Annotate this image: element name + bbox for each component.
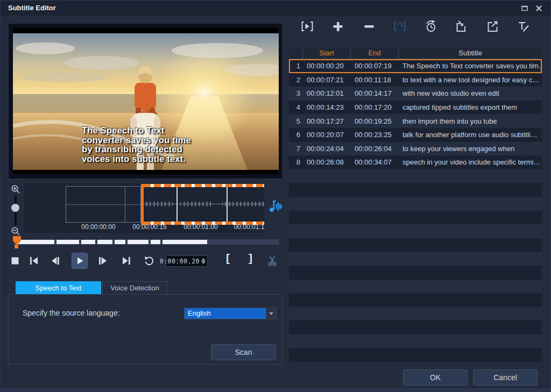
header-subtitle[interactable]: Subtitle [399,47,542,59]
seek-segment [56,240,79,244]
timecode-value: 0:00:00.20 [160,258,200,265]
table-row[interactable]: 500:00:17:2700:00:19:25then import them … [289,114,542,128]
scan-button[interactable]: Scan [211,344,276,360]
frame-forward-button[interactable] [97,255,109,267]
seek-segment [151,240,160,244]
table-cell: 1 [289,62,303,70]
table-cell: 00:00:34:07 [351,158,399,166]
titlebar: Subtitle Editor [1,1,550,16]
table-cell: 00:00:00:20 [303,62,351,70]
table-row[interactable]: 300:00:12:0100:00:14:17with new video st… [289,87,542,101]
seek-segment [128,240,149,244]
table-cell: 00:00:20:07 [303,131,351,139]
table-empty-row[interactable] [289,266,542,280]
table-cell: 00:00:19:25 [351,117,399,125]
clip-segment [66,186,141,223]
cancel-button[interactable]: Cancel [473,369,538,386]
playhead-tail [15,245,18,248]
play-subtitle-icon[interactable] [300,19,315,34]
stop-button[interactable] [9,255,21,267]
go-to-start-button[interactable] [28,255,40,267]
waveform-timeline[interactable]: 00:00:00:00 00:00:00:15 00:00:01:00 00:0… [24,183,264,233]
loop-playback-button[interactable] [143,255,155,267]
subtitle-overlay: The Speech to Text converter saves you t… [82,126,191,163]
language-selected-value: English [185,308,266,319]
timecode-input[interactable]: 0:00:00.20 [166,255,208,267]
table-cell: 00:00:12:01 [303,89,351,97]
cut-icon[interactable] [266,255,278,267]
subtitle-toolbar [289,19,542,38]
seek-track[interactable] [13,239,279,245]
table-row[interactable]: 800:00:26:0800:00:34:07speech in your vi… [289,155,542,169]
table-cell: 2 [289,76,303,84]
table-cell: 00:00:17:20 [351,103,399,111]
transport-controls: 0:00:00.20 [ ] [8,251,282,272]
restore-icon[interactable] [520,4,529,12]
table-row[interactable]: 400:00:14:2300:00:17:20captured tipped s… [289,101,542,115]
table-cell: speech in your video include specific te… [399,158,542,166]
table-empty-row[interactable] [289,280,542,294]
mark-in-icon[interactable]: [ [226,252,230,265]
table-empty-row[interactable] [289,224,542,238]
zoom-slider-thumb[interactable] [11,204,19,212]
frame-back-button[interactable] [50,255,61,267]
ruler-label: 00:00:00:15 [125,223,174,231]
table-empty-row[interactable] [289,307,542,321]
go-to-end-button[interactable] [121,255,132,267]
table-empty-row[interactable] [289,197,542,211]
play-button[interactable] [72,253,88,269]
table-empty-row[interactable] [289,169,542,183]
chevron-down-icon[interactable] [266,308,276,319]
table-cell: 3 [289,89,303,97]
table-row[interactable]: 200:00:07:2100:00:11:18to text with a ne… [289,73,542,87]
tab-speech-to-text[interactable]: Speech to Text [16,281,101,294]
zoom-out-icon[interactable] [11,226,20,236]
table-cell: 00:00:11:18 [351,76,399,84]
edit-text-icon[interactable] [516,19,531,34]
mark-out-icon[interactable]: ] [249,252,252,265]
header-start[interactable]: Start [303,47,351,59]
table-cell: 8 [289,158,303,166]
table-empty-row[interactable] [289,252,542,266]
table-cell: with new video studio even edit [399,89,542,97]
table-row[interactable]: 100:00:00:2000:00:07:19The Speech to Tex… [289,59,542,73]
timecode-ruler: 00:00:00:00 00:00:00:15 00:00:01:00 00:0… [24,223,264,232]
zoom-in-icon[interactable] [11,184,20,194]
seek-segment [97,240,112,244]
tab-voice-detection[interactable]: Voice Detection [102,281,167,294]
ruler-label: 00:00:01:00 [176,223,225,231]
add-subtitle-icon[interactable] [330,19,345,34]
timeline-zoom-controls [9,184,22,236]
table-cell: 00:00:23:25 [351,131,399,139]
table-cell: then import them into you tube [399,117,542,125]
seek-bar[interactable] [8,236,282,249]
close-icon[interactable] [534,4,543,12]
export-subtitle-icon[interactable] [485,19,500,34]
language-dropdown[interactable]: English [184,308,277,319]
merge-subtitle-icon[interactable] [392,19,407,34]
table-cell: to keep your viewers engaged when [399,145,542,153]
table-empty-row[interactable] [289,320,542,334]
table-cell: captured tipped subtitles export them [399,103,542,111]
audio-waveform-icon [269,197,282,213]
table-empty-row[interactable] [289,293,542,307]
table-cell: 00:00:24:04 [303,145,351,153]
table-empty-row[interactable] [289,211,542,225]
subtitle-table: Start End Subtitle 100:00:00:2000:00:07:… [289,47,542,362]
ok-button[interactable]: OK [403,369,468,386]
table-empty-row[interactable] [289,334,542,348]
seek-segment [18,240,54,244]
table-row[interactable]: 700:00:24:0400:00:26:04to keep your view… [289,142,542,156]
import-subtitle-icon[interactable] [454,19,469,34]
header-end[interactable]: End [351,47,399,59]
selected-range[interactable] [141,184,264,225]
timecode-spinner[interactable] [201,258,206,264]
seek-segment [81,240,95,244]
table-cell: 00:00:14:23 [303,103,351,111]
table-empty-row[interactable] [289,348,542,362]
table-empty-row[interactable] [289,183,542,197]
remove-subtitle-icon[interactable] [362,19,377,34]
table-row[interactable]: 600:00:20:0700:00:23:25talk for another … [289,128,542,142]
time-offset-icon[interactable] [423,19,439,34]
table-empty-row[interactable] [289,238,542,252]
